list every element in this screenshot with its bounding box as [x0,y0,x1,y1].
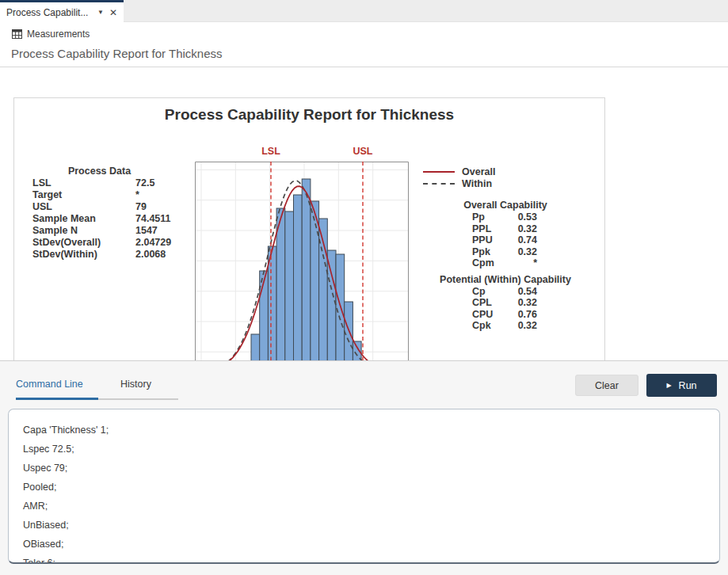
process-data-row: Sample N1547 [14,225,185,237]
histogram-bar [276,208,285,360]
process-data-row: StDev(Within)2.0068 [14,249,185,261]
legend-item: Within [423,177,495,189]
histogram-bar [260,271,269,360]
command-line-text: Lspec 72.5; [23,440,719,459]
command-line-text: Pooled; [23,478,719,497]
output-tab[interactable]: Process Capabilit... ▼ ✕ [0,0,124,22]
process-data-header: Process Data [14,166,185,177]
dataset-label: Measurements [27,29,90,40]
process-data-label: USL [32,201,135,213]
capability-stat-value: 0.32 [504,246,537,258]
capability-stat-label: Cp [472,286,486,298]
capability-graph-card[interactable]: Process Capability Report for Thickness … [13,97,605,360]
histogram-bar [294,195,303,360]
chevron-down-icon[interactable]: ▼ [97,10,104,16]
process-data-value: 79 [135,201,147,213]
capability-stat-label: PPU [472,234,493,246]
tab-history[interactable]: History [120,379,151,390]
run-button[interactable]: ▶ Run [646,374,717,397]
command-line-text: AMR; [23,497,719,516]
process-data-label: LSL [32,177,135,189]
chart-title: Process Capability Report for Thickness [14,106,604,124]
histogram-bar [285,211,294,360]
output-tab-title: Process Capabilit... [6,7,92,18]
within-capability-rows: Cp0.54CPL0.32CPU0.76Cpk0.32 [410,286,600,332]
capability-stat-label: PPL [472,223,491,235]
histogram-bar [268,246,276,360]
usl-label: USL [353,146,373,157]
capability-row: Cp0.54 [410,286,600,298]
process-data-value: * [135,189,139,201]
capability-row: CPU0.76 [410,309,600,321]
capability-stat-label: Cpm [472,257,494,269]
process-data-row: USL79 [14,201,185,213]
process-data-value: 1547 [135,225,158,237]
tab-bar: Process Capabilit... ▼ ✕ [0,0,728,22]
capability-stat-value: 0.32 [504,297,537,309]
capability-stat-label: CPU [472,309,493,321]
process-data-row: Sample Mean74.4511 [14,213,185,225]
capability-stat-value: 0.53 [504,211,537,223]
histogram-bar [311,201,319,360]
capability-row: Cpk0.32 [410,320,600,332]
command-editor[interactable]: Capa 'Thickness' 1;Lspec 72.5;Uspec 79;P… [8,409,720,564]
process-data-label: StDev(Within) [32,249,135,261]
capability-stat-label: Ppk [472,246,490,258]
capability-row: PPU0.74 [410,234,600,246]
chart-legend: OverallWithin [423,166,495,189]
capability-stats-panel: Overall Capability Pp0.53PPL0.32PPU0.74P… [410,200,600,332]
process-data-value: 74.4511 [135,213,171,225]
dataset-link[interactable]: Measurements [12,29,90,40]
capability-stat-value: 0.74 [504,234,537,246]
process-data-label: Target [32,189,135,201]
legend-item: Overall [423,166,495,177]
process-data-panel: Process Data LSL72.5Target*USL79Sample M… [14,166,185,261]
capability-row: Cpm* [410,257,600,269]
capability-stat-label: Cpk [472,320,491,332]
table-grid-icon [12,29,22,39]
close-icon[interactable]: ✕ [109,8,117,17]
process-data-value: 72.5 [135,177,154,189]
histogram-bar [302,179,311,360]
tab-command-line[interactable]: Command Line [16,379,83,390]
capability-row: Pp0.53 [410,211,600,223]
within-capability-header: Potential (Within) Capability [410,274,600,286]
process-data-label: StDev(Overall) [32,237,135,249]
histogram-plot[interactable] [195,162,409,360]
command-line-text: Toler 6; [23,554,719,564]
legend-label: Overall [462,166,495,177]
process-data-row: Target* [14,189,185,201]
overall-capability-header: Overall Capability [410,200,600,211]
clear-button[interactable]: Clear [575,375,638,396]
capability-row: CPL0.32 [410,297,600,309]
capability-stat-value: 0.32 [504,223,537,235]
capability-stat-value: * [504,257,537,269]
capability-row: PPL0.32 [410,223,600,235]
legend-items: OverallWithin [423,166,495,189]
legend-line-sample-overall [423,171,455,173]
legend-label: Within [462,178,492,189]
command-lines: Capa 'Thickness' 1;Lspec 72.5;Uspec 79;P… [23,421,719,564]
command-panel: Command Line History Clear ▶ Run Capa 'T… [0,360,728,575]
command-line-text: Uspec 79; [23,459,719,478]
process-data-label: Sample Mean [32,213,135,225]
run-button-label: Run [679,380,697,391]
capability-stat-value: 0.32 [504,320,537,332]
tab-underline-track [98,398,178,400]
process-data-label: Sample N [32,225,135,237]
capability-row: Ppk0.32 [410,246,600,258]
active-tab-underline [16,398,98,400]
play-icon: ▶ [666,383,671,389]
capability-stat-value: 0.54 [504,286,537,298]
capability-stat-value: 0.76 [504,309,537,321]
heading-divider [0,67,728,67]
command-line-text: OBiased; [23,535,719,554]
command-line-text: Capa 'Thickness' 1; [23,421,719,440]
histogram-bar [327,250,336,360]
capability-stat-label: Pp [472,211,485,223]
overall-capability-rows: Pp0.53PPL0.32PPU0.74Ppk0.32Cpm* [410,211,600,269]
lsl-label: LSL [261,146,280,157]
page-title: Process Capability Report for Thickness [11,47,223,60]
process-data-row: StDev(Overall)2.04729 [14,237,185,249]
command-line-text: UnBiased; [23,516,719,535]
